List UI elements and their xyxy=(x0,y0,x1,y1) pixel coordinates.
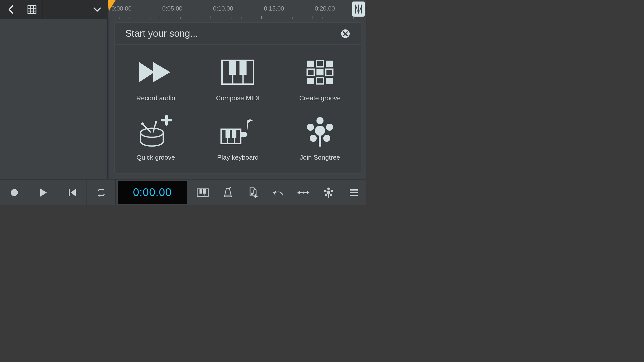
start-options-grid: Record audio Compose MIDI Create groove xyxy=(115,45,361,173)
svg-point-54 xyxy=(302,192,304,194)
svg-rect-42 xyxy=(69,189,70,196)
join-songtree-option[interactable]: Join Songtree xyxy=(279,109,361,168)
svg-rect-10 xyxy=(229,61,236,75)
svg-point-56 xyxy=(327,188,330,190)
svg-rect-63 xyxy=(350,192,358,193)
menu-button[interactable] xyxy=(341,179,366,205)
svg-rect-43 xyxy=(197,189,208,196)
add-track-button[interactable] xyxy=(240,179,266,205)
start-song-panel: Start your song... Record audio xyxy=(114,22,361,174)
svg-rect-19 xyxy=(316,78,324,84)
svg-point-60 xyxy=(330,194,332,196)
tick-label: 0:10.00 xyxy=(213,5,252,12)
songtree-icon xyxy=(302,116,338,147)
svg-rect-61 xyxy=(328,194,329,198)
compose-midi-option[interactable]: Compose MIDI xyxy=(197,50,279,109)
option-label: Quick groove xyxy=(137,154,175,161)
svg-rect-18 xyxy=(307,78,314,84)
record-button[interactable] xyxy=(0,179,29,205)
start-panel-title: Start your song... xyxy=(125,28,198,39)
play-button[interactable] xyxy=(29,179,58,205)
record-audio-option[interactable]: Record audio xyxy=(115,50,197,109)
rewind-to-start-button[interactable] xyxy=(58,179,87,205)
svg-rect-13 xyxy=(316,61,324,67)
option-label: Create groove xyxy=(299,94,341,102)
svg-point-41 xyxy=(11,189,18,196)
undo-button[interactable] xyxy=(266,179,291,205)
songtree-button[interactable] xyxy=(316,179,341,205)
svg-rect-4 xyxy=(357,10,359,12)
svg-rect-12 xyxy=(307,61,314,67)
time-display[interactable]: 0:00.00 xyxy=(118,181,187,204)
tick-label: 0:20.00 xyxy=(315,5,354,12)
top-left-controls xyxy=(0,0,108,19)
pad-grid-icon xyxy=(302,57,338,87)
svg-rect-20 xyxy=(326,78,333,84)
svg-point-38 xyxy=(310,135,317,142)
svg-rect-15 xyxy=(307,69,314,75)
option-label: Play keyboard xyxy=(217,154,259,161)
svg-point-33 xyxy=(240,131,248,137)
svg-rect-62 xyxy=(350,189,358,191)
play-keyboard-option[interactable]: Play keyboard xyxy=(197,109,279,168)
track-options-dropdown[interactable] xyxy=(86,0,108,19)
drum-plus-icon xyxy=(138,116,173,147)
loop-button[interactable] xyxy=(87,179,116,205)
svg-point-55 xyxy=(327,191,330,194)
svg-rect-16 xyxy=(316,69,324,75)
timeline-body[interactable]: Start your song... Record audio xyxy=(108,19,366,179)
timeline-ruler[interactable]: 0:00.00 0:05.00 0:10.00 0:15.00 0:20.00 … xyxy=(108,0,366,19)
track-list-panel xyxy=(0,19,108,179)
option-label: Record audio xyxy=(136,94,175,102)
quick-groove-option[interactable]: Quick groove xyxy=(115,109,197,168)
svg-point-25 xyxy=(155,121,157,124)
svg-rect-3 xyxy=(355,7,357,9)
svg-rect-47 xyxy=(203,189,206,194)
svg-rect-11 xyxy=(239,61,247,75)
svg-rect-32 xyxy=(232,129,236,138)
svg-point-24 xyxy=(141,122,144,125)
keyboard-note-icon xyxy=(220,116,255,147)
fast-forward-icon xyxy=(138,57,173,87)
playhead-line-icon xyxy=(109,19,109,179)
svg-point-37 xyxy=(326,124,333,131)
piano-keyboard-icon xyxy=(220,57,255,87)
svg-rect-64 xyxy=(350,195,358,196)
back-button[interactable] xyxy=(0,0,21,19)
svg-point-39 xyxy=(323,135,330,142)
grid-toggle-button[interactable] xyxy=(21,0,43,19)
option-label: Compose MIDI xyxy=(216,94,260,102)
svg-rect-40 xyxy=(319,134,321,147)
svg-rect-5 xyxy=(360,8,362,10)
main-area: Start your song... Record audio xyxy=(0,19,366,179)
create-groove-option[interactable]: Create groove xyxy=(279,50,361,109)
svg-point-58 xyxy=(331,190,333,192)
close-panel-button[interactable] xyxy=(340,29,350,39)
tick-label: 0:00.00 xyxy=(111,5,150,12)
svg-rect-17 xyxy=(326,69,333,75)
tick-label: 0:25.00 xyxy=(366,5,366,12)
svg-line-23 xyxy=(153,123,156,132)
svg-rect-31 xyxy=(226,129,230,138)
tick-label: 0:15.00 xyxy=(264,5,303,12)
transport-bar: 0:00.00 xyxy=(0,179,366,205)
svg-point-57 xyxy=(324,190,327,192)
svg-rect-51 xyxy=(253,190,254,194)
tool-mode-button[interactable] xyxy=(291,179,316,205)
option-label: Join Songtree xyxy=(300,154,340,161)
svg-point-21 xyxy=(141,128,163,137)
svg-rect-14 xyxy=(326,61,333,67)
svg-point-36 xyxy=(307,124,314,131)
svg-point-59 xyxy=(325,194,327,196)
svg-rect-28 xyxy=(221,129,241,144)
svg-rect-46 xyxy=(199,189,202,194)
mixer-button[interactable] xyxy=(352,2,365,17)
top-toolbar: 0:00.00 0:05.00 0:10.00 0:15.00 0:20.00 … xyxy=(0,0,366,19)
midi-keyboard-button[interactable] xyxy=(190,179,215,205)
start-panel-header: Start your song... xyxy=(115,23,361,45)
tick-label: 0:05.00 xyxy=(162,5,201,12)
svg-point-35 xyxy=(316,117,324,124)
metronome-button[interactable] xyxy=(215,179,240,205)
svg-rect-7 xyxy=(222,60,254,84)
